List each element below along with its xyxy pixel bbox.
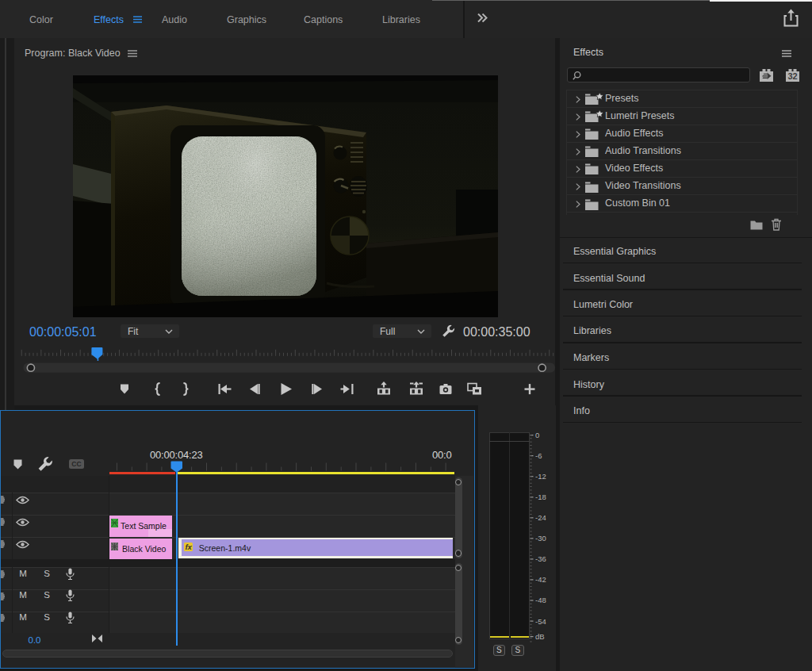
svg-text:32: 32 bbox=[787, 71, 797, 81]
